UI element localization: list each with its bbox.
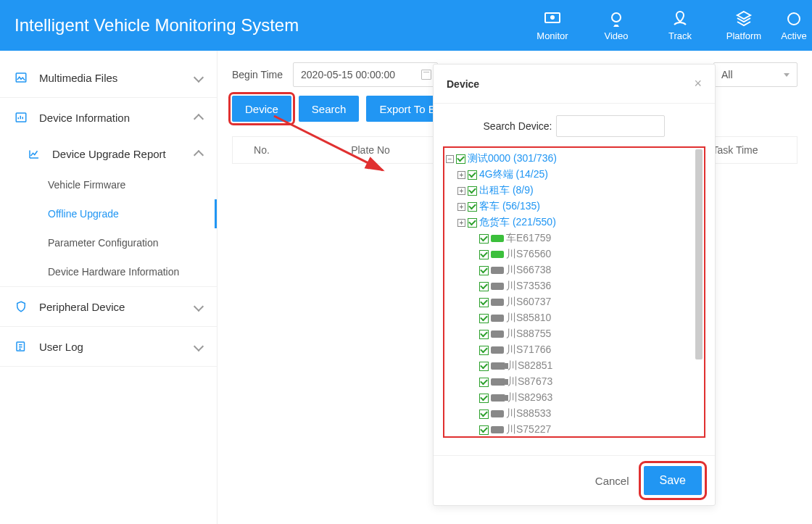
log-icon xyxy=(14,340,28,353)
tree-vehicle[interactable]: 川S82851 xyxy=(446,358,703,374)
checkbox[interactable] xyxy=(468,170,477,180)
car-icon xyxy=(491,426,504,433)
sidebar-item-device-info[interactable]: Device Information xyxy=(0,98,217,137)
tree-group[interactable]: +客车 (56/135) xyxy=(446,199,703,215)
sidebar-item-offline-upgrade[interactable]: Offline Upgrade xyxy=(0,199,217,228)
nav-video-label: Video xyxy=(604,30,628,41)
sidebar-item-label: Device Upgrade Report xyxy=(52,148,195,160)
checkbox[interactable] xyxy=(479,362,489,371)
tree-group[interactable]: +出租车 (8/9) xyxy=(446,183,703,199)
chevron-up-icon xyxy=(194,150,204,160)
scrollbar[interactable] xyxy=(695,149,703,359)
tree-vehicle[interactable]: 川S85810 xyxy=(446,310,703,326)
checkbox[interactable] xyxy=(468,186,477,196)
car-icon xyxy=(491,410,504,417)
type-filter-value: All xyxy=(721,69,733,80)
cancel-button[interactable]: Cancel xyxy=(595,475,629,487)
nav-platform[interactable]: Platform xyxy=(712,0,776,51)
tree-vehicle[interactable]: 川S60737 xyxy=(446,294,703,310)
monitor-icon xyxy=(544,10,561,28)
modal-header: Device × xyxy=(434,65,715,104)
search-device-input[interactable] xyxy=(556,115,665,137)
sidebar-item-upgrade-report[interactable]: Device Upgrade Report xyxy=(0,137,217,170)
checkbox[interactable] xyxy=(468,202,477,212)
nav-monitor-label: Monitor xyxy=(536,30,568,41)
group-label: 4G终端 (14/25) xyxy=(479,168,548,181)
tree-vehicle[interactable]: 川S88755 xyxy=(446,326,703,342)
nav-track[interactable]: Track xyxy=(648,0,712,51)
tree-vehicle[interactable]: 川S88533 xyxy=(446,406,703,422)
tree-vehicle[interactable]: 车E61759 xyxy=(446,230,703,246)
car-icon xyxy=(491,299,504,306)
checkbox[interactable] xyxy=(479,330,489,339)
image-icon xyxy=(14,71,28,84)
expand-toggle[interactable]: − xyxy=(446,155,454,163)
expand-toggle[interactable]: + xyxy=(457,219,465,227)
checkbox[interactable] xyxy=(479,378,489,387)
group-label: 客车 (56/135) xyxy=(479,200,540,213)
group-label: 测试0000 (301/736) xyxy=(468,152,557,165)
annotation-arrow xyxy=(274,116,397,183)
tree-vehicle[interactable]: 川S76560 xyxy=(446,246,703,262)
search-device-label: Search Device: xyxy=(484,120,552,132)
checkbox[interactable] xyxy=(479,409,489,419)
sidebar-item-multimedia[interactable]: Multimedia Files xyxy=(0,58,217,97)
svg-point-2 xyxy=(612,13,621,22)
checkbox[interactable] xyxy=(479,298,489,307)
sidebar-item-vehicle-firmware[interactable]: Vehicle Firmware xyxy=(0,170,217,199)
truck-icon xyxy=(491,394,505,402)
chart-icon xyxy=(28,147,41,160)
car-icon xyxy=(491,330,504,338)
platform-icon xyxy=(735,10,753,28)
vehicle-label: 川S66738 xyxy=(506,264,551,277)
checkbox[interactable] xyxy=(479,346,489,355)
group-label: 危货车 (221/550) xyxy=(479,216,556,229)
begin-time-input[interactable]: 2020-05-15 00:00:00 xyxy=(293,62,438,87)
top-nav: Monitor Video Track Platform Active xyxy=(521,0,812,51)
tree-vehicle[interactable]: 川S73536 xyxy=(446,278,703,294)
group-label: 出租车 (8/9) xyxy=(479,184,534,197)
analytics-icon xyxy=(14,111,28,124)
sidebar-item-user-log[interactable]: User Log xyxy=(0,327,217,366)
checkbox[interactable] xyxy=(468,218,477,228)
sidebar-item-label: Peripheral Device xyxy=(39,301,195,313)
nav-active-label: Active xyxy=(781,30,806,41)
checkbox[interactable] xyxy=(479,234,489,244)
vehicle-label: 川S82851 xyxy=(508,359,552,373)
tree-vehicle[interactable]: 川S82963 xyxy=(446,390,703,406)
device-tree: −测试0000 (301/736)+4G终端 (14/25)+出租车 (8/9)… xyxy=(444,147,705,437)
vehicle-label: 川S88533 xyxy=(506,407,551,420)
expand-toggle[interactable]: + xyxy=(457,187,465,195)
svg-point-1 xyxy=(550,15,555,20)
save-button[interactable]: Save xyxy=(644,466,702,495)
checkbox[interactable] xyxy=(456,154,465,164)
vehicle-label: 川S82963 xyxy=(508,391,552,404)
checkbox[interactable] xyxy=(479,425,489,435)
checkbox[interactable] xyxy=(479,394,489,403)
expand-toggle[interactable]: + xyxy=(457,203,465,211)
tree-vehicle[interactable]: 川S71766 xyxy=(446,342,703,358)
tree-group[interactable]: +4G终端 (14/25) xyxy=(446,167,703,183)
checkbox[interactable] xyxy=(479,250,489,259)
sidebar-item-label: Multimedia Files xyxy=(39,72,195,84)
checkbox[interactable] xyxy=(479,314,489,323)
tree-group[interactable]: −测试0000 (301/736) xyxy=(446,151,703,167)
svg-point-3 xyxy=(788,13,800,25)
nav-monitor[interactable]: Monitor xyxy=(521,0,584,51)
tree-vehicle[interactable]: 川S75227 xyxy=(446,422,703,437)
type-filter-select[interactable]: All xyxy=(713,62,798,87)
chevron-down-icon xyxy=(194,301,204,312)
nav-video[interactable]: Video xyxy=(584,0,648,51)
tree-vehicle[interactable]: 川S66738 xyxy=(446,262,703,278)
checkbox[interactable] xyxy=(479,282,489,291)
sidebar-item-hardware-info[interactable]: Device Hardware Information xyxy=(0,257,217,286)
sidebar-item-parameter-config[interactable]: Parameter Configuration xyxy=(0,228,217,257)
tree-group[interactable]: +危货车 (221/550) xyxy=(446,215,703,230)
nav-active[interactable]: Active xyxy=(776,0,812,51)
checkbox[interactable] xyxy=(479,266,489,275)
expand-toggle[interactable]: + xyxy=(457,171,465,179)
close-icon[interactable]: × xyxy=(694,76,702,91)
vehicle-label: 川S60737 xyxy=(506,296,551,309)
tree-vehicle[interactable]: 川S87673 xyxy=(446,374,703,390)
sidebar-item-peripheral[interactable]: Peripheral Device xyxy=(0,287,217,326)
